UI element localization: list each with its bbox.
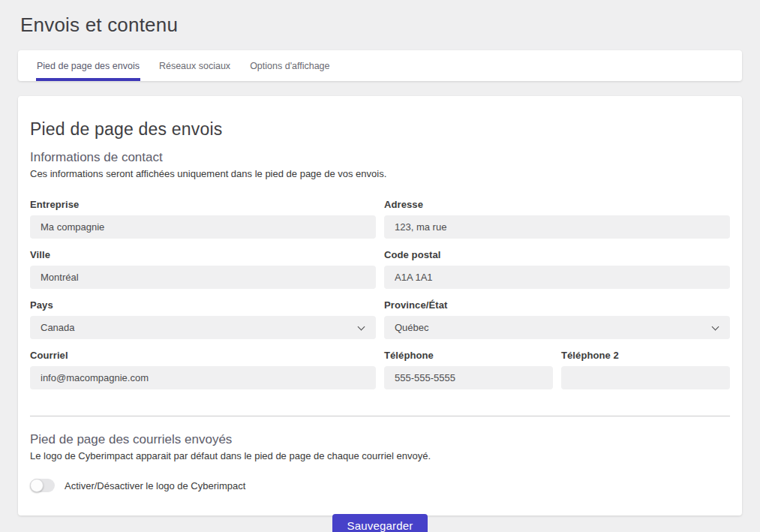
province-label: Province/État [384, 299, 730, 311]
chevron-down-icon [358, 323, 365, 331]
chevron-down-icon [712, 323, 719, 331]
telephone-group: Téléphone Téléphone 2 [384, 350, 730, 400]
pays-selected-value: Canada [41, 322, 75, 333]
telephone-input[interactable] [384, 366, 553, 389]
save-button[interactable]: Sauvegarder [332, 514, 427, 532]
email-footer-section: Pied de page des courriels envoyés Le lo… [30, 432, 730, 492]
cyberimpact-logo-toggle[interactable] [30, 479, 55, 492]
ville-label: Ville [30, 249, 376, 260]
field-province: Province/État Québec [384, 299, 730, 339]
ville-input[interactable] [30, 266, 376, 289]
pays-select[interactable]: Canada [30, 316, 376, 339]
telephone2-input[interactable] [561, 366, 730, 389]
courriel-input[interactable] [30, 366, 376, 389]
footer-section-description: Le logo de Cyberimpact apparait par défa… [30, 450, 730, 461]
logo-toggle-label: Activer/Désactiver le logo de Cyberimpac… [65, 480, 245, 491]
field-telephone2: Téléphone 2 [561, 350, 730, 389]
province-selected-value: Québec [395, 322, 429, 333]
section-divider [30, 416, 730, 416]
settings-page: Envois et contenu Pied de page des envoi… [0, 0, 760, 515]
courriel-label: Courriel [30, 350, 376, 361]
footer-settings-card: Pied de page des envois Informations de … [18, 96, 742, 515]
tab-reseaux-sociaux[interactable]: Réseaux sociaux [158, 50, 231, 81]
tab-bar: Pied de page des envois Réseaux sociaux … [18, 50, 742, 81]
pays-label: Pays [30, 299, 376, 311]
tab-pied-de-page-des-envois[interactable]: Pied de page des envois [36, 50, 140, 81]
code-postal-label: Code postal [384, 249, 730, 260]
adresse-label: Adresse [384, 199, 730, 210]
entreprise-input[interactable] [30, 215, 376, 239]
field-code-postal: Code postal [384, 249, 730, 289]
entreprise-label: Entreprise [30, 199, 376, 210]
contact-section-description: Ces informations seront affichées unique… [30, 168, 730, 179]
field-pays: Pays Canada [30, 299, 376, 339]
tab-options-affichage[interactable]: Options d'affichage [249, 50, 330, 81]
telephone-label: Téléphone [384, 350, 553, 361]
logo-toggle-row: Activer/Désactiver le logo de Cyberimpac… [30, 479, 730, 492]
field-telephone: Téléphone [384, 350, 553, 389]
contact-form: Entreprise Adresse Ville Code postal Pay… [30, 199, 730, 400]
footer-section-title: Pied de page des courriels envoyés [30, 432, 730, 447]
page-title: Envois et contenu [20, 14, 742, 37]
code-postal-input[interactable] [384, 266, 730, 289]
button-row: Sauvegarder [30, 514, 730, 532]
adresse-input[interactable] [384, 215, 730, 239]
contact-section-title: Informations de contact [30, 150, 730, 165]
field-entreprise: Entreprise [30, 199, 376, 239]
field-ville: Ville [30, 249, 376, 289]
field-courriel: Courriel [30, 350, 376, 389]
toggle-knob-icon [30, 479, 44, 492]
province-select[interactable]: Québec [384, 316, 730, 339]
card-title: Pied de page des envois [30, 119, 730, 140]
telephone2-label: Téléphone 2 [561, 350, 730, 361]
field-adresse: Adresse [384, 199, 730, 239]
